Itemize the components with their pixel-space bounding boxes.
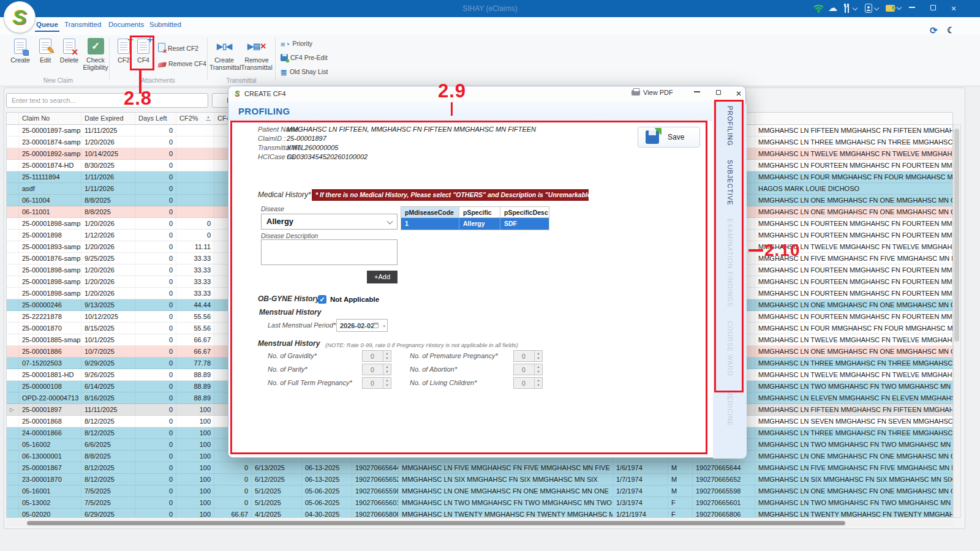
table-cell: 6/29/2025	[81, 509, 135, 518]
table-cell: 0	[135, 462, 176, 473]
table-cell: 0	[214, 474, 252, 485]
table-cell: 05-06-2025	[302, 497, 352, 508]
view-pdf-button[interactable]: View PDF	[631, 89, 673, 96]
column-header[interactable]: Days Left	[135, 113, 176, 124]
search-input[interactable]	[6, 93, 208, 108]
close-button[interactable]: ×	[944, 0, 963, 17]
row-indicator	[7, 183, 19, 194]
tab-transmitted[interactable]: Transmitted	[63, 21, 102, 28]
annotation-dash-2-10	[748, 249, 763, 252]
cf4-pre-edit-button[interactable]: CF4 Pre-Edit	[281, 54, 328, 61]
create-button[interactable]: Create	[7, 37, 33, 64]
table-row[interactable]: 23-000018708/12/2025010006/12/202506-13-…	[7, 474, 952, 485]
table-cell: MMGHAHSC LN ONE MMGHAHSC FN ONE MMGHAHSC…	[755, 299, 953, 310]
table-cell: 100	[176, 509, 214, 518]
table-cell: M	[668, 474, 693, 485]
sort-ascending-icon[interactable]: ▲	[206, 115, 211, 121]
table-cell: 0	[135, 125, 176, 136]
sync-folder-menu-icon[interactable]	[886, 4, 901, 13]
table-cell: 5/1/2025	[252, 485, 302, 497]
table-cell: MMGHAHSC LN ONE MMGHAHSC FN ONE MMGHAHSC…	[755, 485, 953, 497]
table-cell: 25-00001876-sample	[19, 253, 81, 264]
table-cell: MMGHAHSC LN TWO MMGHAHSC FN TWO MMGHAHSC…	[399, 497, 613, 508]
table-cell: MMGHAHSC LN ONE MMGHAHSC FN ONE MMGHAHSC…	[755, 206, 953, 217]
table-cell: 25-00001898-sample2	[19, 288, 81, 299]
priority-button[interactable]: ≡◔Priority	[281, 40, 312, 49]
table-cell: 66.67	[176, 346, 214, 357]
table-cell: 9/13/2025	[81, 299, 135, 310]
check-eligibility-button[interactable]: ✓Check Eligibility	[82, 37, 109, 71]
table-cell: MMGHAHSC LN ONE MMGHAHSC FN ONE MMGHAHSC…	[755, 346, 953, 357]
edit-button[interactable]: ✎Edit	[34, 37, 56, 64]
reset-cf2-button[interactable]: Reset CF2	[158, 43, 198, 52]
dialog-minimize-button[interactable]	[688, 86, 706, 101]
table-cell: OPD-22-00004713	[19, 392, 81, 403]
table-cell: 4/1/2025	[252, 509, 302, 518]
table-cell: 0	[135, 404, 176, 415]
id-badge-menu-icon[interactable]	[865, 4, 878, 14]
dark-mode-moon-icon[interactable]: ☾	[947, 25, 955, 35]
tab-submitted[interactable]: Submitted	[148, 21, 183, 28]
table-cell: MMGHAHSC LN FOURTEEN MMGHAHSC FN FOURTEE…	[755, 160, 953, 171]
table-cell: MMGHAHSC LN SIX MMGHAHSC FN SIX MMGHAHSC…	[399, 474, 613, 485]
column-header[interactable]: CF2%▲	[176, 113, 214, 124]
row-indicator	[7, 148, 19, 159]
table-row[interactable]: 05-020206/29/2025010066.674/1/202504-30-…	[7, 509, 952, 518]
table-cell: 05-13002	[19, 497, 81, 508]
table-row[interactable]: 05-160017/5/2025010005/1/202505-06-20251…	[7, 485, 952, 497]
table-cell: MMGHAHSC LN TWO MMGHAHSC FN TWO MMGHAHSC…	[755, 439, 953, 450]
maximize-button[interactable]	[924, 0, 942, 17]
table-cell: 25-00000246	[19, 299, 81, 310]
row-indicator	[7, 334, 19, 345]
table-cell: 190270665652	[693, 474, 755, 485]
dialog-maximize-button[interactable]	[709, 86, 728, 101]
cf2-doc-icon: +	[118, 39, 130, 54]
dialog-close-button[interactable]: ✕	[729, 86, 748, 101]
tools-menu-icon[interactable]	[844, 4, 857, 14]
remove-transmittal-button[interactable]: ▶▤✕Remove Transmittal	[241, 37, 273, 71]
table-cell: 33.33	[176, 253, 214, 264]
row-indicator	[7, 427, 19, 438]
column-header[interactable]	[7, 113, 19, 124]
table-cell: 190270665652	[352, 474, 399, 485]
table-cell: 0	[135, 264, 176, 276]
table-cell: MMGHAHSC LN ONE MMGHAHSC FN ONE MMGHAHSC…	[399, 485, 613, 497]
cloud-icon[interactable]: ☁	[828, 3, 837, 13]
wifi-icon[interactable]	[813, 4, 824, 15]
vertical-scrollbar-thumb[interactable]	[954, 129, 959, 342]
table-cell: 88.89	[176, 381, 214, 392]
table-cell: 190270665644	[352, 462, 399, 473]
delete-button[interactable]: ✕Delete	[58, 37, 81, 64]
column-header[interactable]: Claim No	[19, 113, 81, 124]
table-cell: 25-00001868	[19, 416, 81, 427]
remove-cf4-button[interactable]: Remove CF4	[158, 60, 206, 67]
table-cell: 1/7/1974	[613, 474, 668, 485]
table-cell: 25-00001897-sample	[19, 125, 81, 136]
create-transmittal-button[interactable]: ▶▯◀Create Transmittal	[209, 37, 239, 71]
table-cell: 8/12/2025	[81, 462, 135, 473]
table-cell: 25-00001867	[19, 462, 81, 473]
table-cell: 1/20/2026	[81, 137, 135, 148]
minimize-button[interactable]	[903, 0, 921, 17]
table-cell: 0	[135, 369, 176, 380]
column-header[interactable]: Date Expired	[81, 113, 135, 124]
table-cell: 10/7/2025	[81, 346, 135, 357]
table-row[interactable]: 05-130027/5/2025010005/1/202505-06-20251…	[7, 497, 952, 509]
tab-documents[interactable]: Documents	[107, 21, 145, 28]
table-cell: 55.56	[176, 323, 214, 334]
table-row[interactable]: 25-000018678/12/2025010006/13/202506-13-…	[7, 462, 952, 474]
old-shay-list-button[interactable]: ≣Old Shay List	[281, 68, 328, 77]
refresh-icon[interactable]: ⟳	[930, 25, 938, 36]
app-logo[interactable]: S	[4, 1, 36, 33]
table-cell: 25-00001893-sample	[19, 241, 81, 252]
tab-queue[interactable]: Queue	[35, 21, 59, 32]
table-cell: 55.56	[176, 311, 214, 322]
horizontal-scrollbar[interactable]	[6, 519, 953, 527]
side-tab-medicine[interactable]: MEDICINE	[726, 390, 734, 426]
horizontal-scrollbar-thumb[interactable]	[27, 521, 845, 525]
table-cell: 77.78	[176, 358, 214, 369]
table-cell: 25-00001885-smaple	[19, 334, 81, 345]
dialog-titlebar[interactable]: S CREATE CF4 View PDF ✕	[228, 86, 745, 101]
list-icon: ≣	[281, 68, 287, 77]
table-cell: 0	[135, 137, 176, 148]
